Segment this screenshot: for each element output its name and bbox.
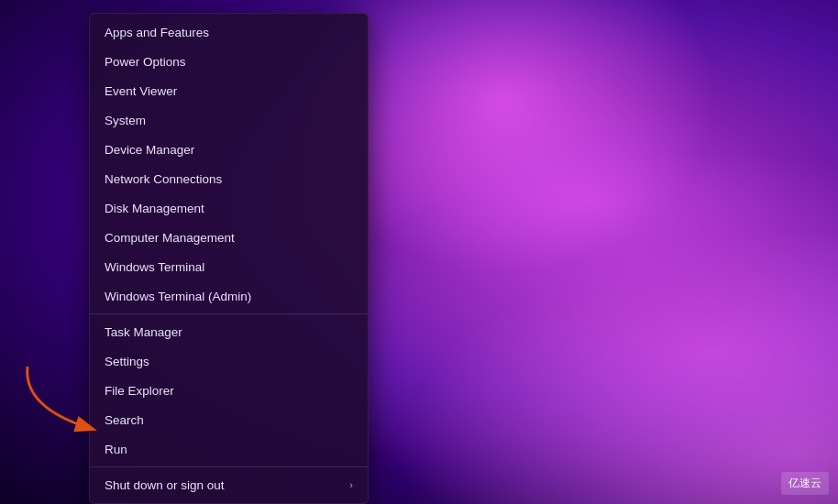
menu-item-label-device-manager: Device Manager — [105, 143, 194, 157]
menu-item-label-computer-management: Computer Management — [105, 231, 235, 245]
menu-item-system[interactable]: System — [90, 105, 368, 135]
context-menu: Apps and FeaturesPower OptionsEvent View… — [89, 13, 369, 504]
menu-item-label-system: System — [105, 114, 146, 127]
menu-item-label-windows-terminal: Windows Terminal — [105, 260, 204, 274]
menu-item-label-event-viewer: Event Viewer — [105, 84, 177, 98]
menu-item-task-manager[interactable]: Task Manager — [90, 317, 368, 346]
menu-item-label-shutdown-sign-out: Shut down or sign out — [105, 478, 225, 492]
menu-item-settings[interactable]: Settings — [90, 346, 368, 376]
submenu-chevron-icon: › — [349, 479, 353, 490]
menu-divider — [90, 313, 368, 314]
menu-item-shutdown-sign-out[interactable]: Shut down or sign out› — [90, 470, 368, 499]
menu-item-network-connections[interactable]: Network Connections — [90, 164, 368, 193]
menu-item-event-viewer[interactable]: Event Viewer — [90, 76, 368, 105]
menu-item-label-settings: Settings — [105, 355, 149, 368]
menu-item-label-task-manager: Task Manager — [105, 325, 182, 339]
menu-item-apps-features[interactable]: Apps and Features — [90, 17, 368, 47]
menu-item-windows-terminal-admin[interactable]: Windows Terminal (Admin) — [90, 281, 368, 311]
menu-item-file-explorer[interactable]: File Explorer — [90, 376, 368, 405]
menu-item-device-manager[interactable]: Device Manager — [90, 135, 368, 164]
menu-item-search[interactable]: Search — [90, 405, 368, 434]
menu-item-computer-management[interactable]: Computer Management — [90, 223, 368, 252]
menu-item-label-apps-features: Apps and Features — [105, 26, 209, 39]
menu-item-run[interactable]: Run — [90, 434, 368, 464]
menu-item-label-disk-management: Disk Management — [105, 202, 204, 215]
arrow-annotation — [9, 357, 110, 453]
menu-item-windows-terminal[interactable]: Windows Terminal — [90, 252, 368, 281]
menu-item-disk-management[interactable]: Disk Management — [90, 193, 368, 223]
menu-item-label-network-connections: Network Connections — [105, 172, 222, 186]
menu-item-label-search: Search — [105, 413, 144, 427]
menu-item-label-windows-terminal-admin: Windows Terminal (Admin) — [105, 290, 251, 303]
menu-item-power-options[interactable]: Power Options — [90, 47, 368, 76]
menu-item-label-power-options: Power Options — [105, 55, 186, 69]
menu-divider — [90, 466, 368, 467]
menu-item-label-file-explorer: File Explorer — [105, 384, 174, 398]
watermark: 亿速云 — [781, 472, 829, 495]
